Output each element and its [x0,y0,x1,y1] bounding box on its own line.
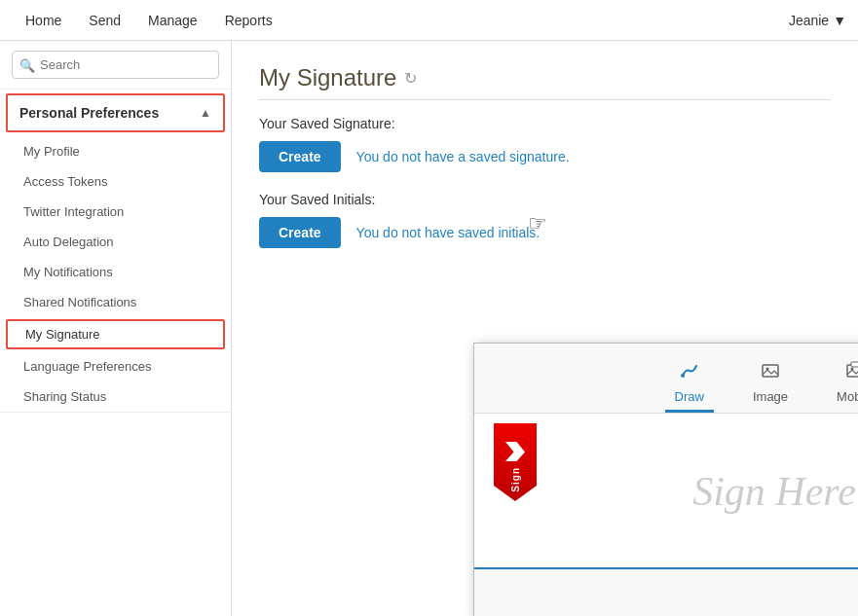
sidebar-item-my-profile[interactable]: My Profile [0,136,231,166]
create-signature-button[interactable]: Create [259,141,341,172]
tab-image-label: Image [753,389,788,404]
sidebar-item-my-notifications[interactable]: My Notifications [0,257,231,287]
no-signature-text: You do not have a saved signature. [356,149,570,164]
create-initials-button[interactable]: Create [259,217,341,248]
sign-line [474,567,858,569]
adobe-sign-text: Sign [510,467,521,492]
adobe-sign-marker: Sign [494,423,537,501]
page-title: My Signature ↻ [259,64,831,91]
personal-preferences-section: Personal Preferences ▲ My Profile Access… [0,93,231,413]
nav-manage[interactable]: Manage [134,3,211,38]
sidebar-item-language-preferences[interactable]: Language Preferences [0,351,231,381]
nav-reports[interactable]: Reports [211,3,286,38]
modal-footer: Close Apply [474,569,858,616]
tab-draw[interactable]: Draw [665,355,714,413]
nav-home[interactable]: Home [12,3,75,38]
tab-mobile-label: Mobile [837,389,858,404]
title-divider [259,99,831,100]
image-icon [761,361,780,385]
signature-modal: Draw Image [473,343,858,616]
main-layout: 🔍 Personal Preferences ▲ My Profile Acce… [0,41,858,616]
tab-mobile[interactable]: Mobile [827,355,858,413]
tab-image[interactable]: Image [743,355,798,413]
tab-draw-label: Draw [675,389,704,404]
sidebar-item-auto-delegation[interactable]: Auto Delegation [0,227,231,257]
initials-row: Create You do not have saved initials. [259,217,831,248]
modal-body: Sign Sign Here [474,414,858,569]
content-area: My Signature ↻ Your Saved Signature: Cre… [232,41,858,616]
saved-signature-label: Your Saved Signature: [259,116,831,131]
sign-here-text: Sign Here [692,468,856,515]
draw-icon [680,361,699,385]
refresh-icon[interactable]: ↻ [404,69,417,88]
saved-initials-label: Your Saved Initials: [259,192,831,207]
signature-row: Create You do not have a saved signature… [259,141,831,172]
top-nav: Home Send Manage Reports Jeanie ▼ [0,0,858,41]
search-icon: 🔍 [19,57,35,72]
sidebar-item-twitter-integration[interactable]: Twitter Integration [0,197,231,227]
sidebar-item-access-tokens[interactable]: Access Tokens [0,166,231,197]
nav-user[interactable]: Jeanie ▼ [789,13,846,28]
sidebar-item-shared-notifications[interactable]: Shared Notifications [0,287,231,317]
search-wrapper: 🔍 [12,51,219,79]
svg-rect-5 [851,362,858,367]
sidebar: 🔍 Personal Preferences ▲ My Profile Acce… [0,41,232,616]
sidebar-item-my-signature[interactable]: My Signature [6,319,225,349]
modal-tabs: Draw Image [474,344,858,414]
svg-point-0 [681,374,685,378]
nav-send[interactable]: Send [75,3,134,38]
search-box: 🔍 [0,41,231,90]
personal-preferences-header[interactable]: Personal Preferences ▲ [6,93,225,132]
search-input[interactable] [12,51,219,79]
mobile-icon [845,361,858,385]
chevron-up-icon: ▲ [200,106,211,120]
no-initials-text: You do not have saved initials. [356,225,541,240]
sidebar-item-sharing-status[interactable]: Sharing Status [0,381,231,412]
svg-rect-1 [763,365,778,377]
